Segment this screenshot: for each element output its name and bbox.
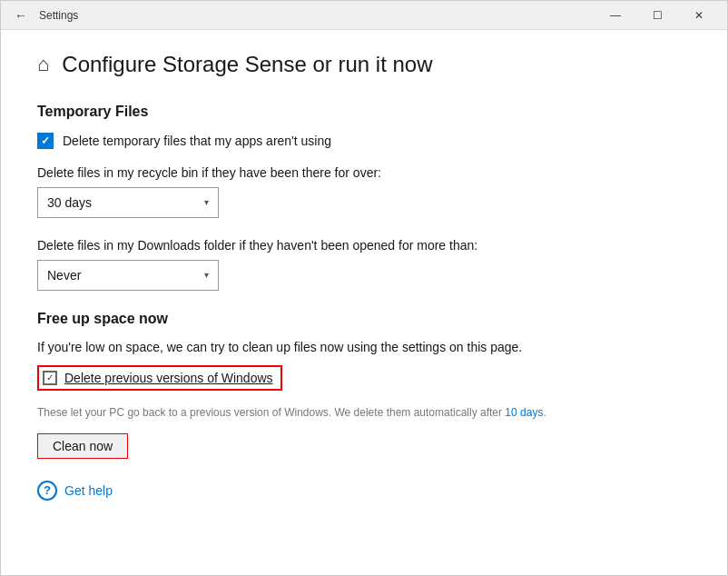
titlebar: ← Settings — ☐ ✕	[1, 1, 727, 30]
help-link-label: Get help	[64, 483, 113, 498]
maximize-button[interactable]: ☐	[636, 1, 678, 30]
downloads-value: Never	[47, 268, 81, 283]
close-button[interactable]: ✕	[678, 1, 720, 30]
free-up-heading: Free up space now	[37, 311, 691, 327]
page-title: Configure Storage Sense or run it now	[62, 52, 432, 78]
downloads-label: Delete files in my Downloads folder if t…	[37, 238, 691, 253]
clean-now-button[interactable]: Clean now	[37, 433, 128, 459]
delete-temp-label: Delete temporary files that my apps aren…	[63, 134, 331, 148]
window-controls: — ☐ ✕	[595, 1, 720, 30]
delete-temp-checkbox[interactable]: ✓	[37, 133, 54, 149]
prev-versions-checkbox[interactable]: ✓	[43, 371, 57, 385]
back-button[interactable]: ←	[8, 3, 34, 28]
temp-files-section: Temporary Files ✓ Delete temporary files…	[37, 104, 691, 291]
downloads-dropdown[interactable]: Never ▾	[37, 260, 219, 291]
settings-window: ← Settings — ☐ ✕ ⌂ Configure Storage Sen…	[0, 0, 728, 576]
recycle-value: 30 days	[47, 195, 92, 210]
chevron-down-icon-2: ▾	[204, 270, 209, 280]
help-icon: ?	[37, 481, 57, 501]
get-help-link[interactable]: ? Get help	[37, 481, 691, 501]
note-start: These let your PC go back to a previous …	[37, 406, 505, 419]
recycle-bin-dropdown[interactable]: 30 days ▾	[37, 187, 219, 218]
window-title: Settings	[39, 9, 595, 22]
temp-files-heading: Temporary Files	[37, 104, 691, 120]
main-content: ⌂ Configure Storage Sense or run it now …	[1, 30, 727, 575]
free-up-section: Free up space now If you're low on space…	[37, 311, 691, 501]
chevron-down-icon: ▾	[204, 197, 209, 207]
downloads-dropdown-wrapper: Delete files in my Downloads folder if t…	[37, 238, 691, 291]
delete-temp-row: ✓ Delete temporary files that my apps ar…	[37, 133, 691, 149]
minimize-button[interactable]: —	[595, 1, 636, 30]
prev-versions-row: ✓ Delete previous versions of Windows	[37, 365, 282, 391]
home-icon: ⌂	[37, 53, 49, 76]
free-up-description: If you're low on space, we can try to cl…	[37, 340, 691, 354]
prev-versions-label: Delete previous versions of Windows	[64, 371, 273, 385]
recycle-bin-dropdown-wrapper: Delete files in my recycle bin if they h…	[37, 165, 691, 218]
checkmark-icon: ✓	[41, 134, 50, 147]
note-text: These let your PC go back to a previous …	[37, 405, 691, 421]
note-end: .	[543, 406, 546, 419]
recycle-label: Delete files in my recycle bin if they h…	[37, 165, 691, 180]
note-highlight: 10 days	[505, 406, 543, 419]
page-header: ⌂ Configure Storage Sense or run it now	[37, 52, 691, 78]
checkmark-small-icon: ✓	[46, 372, 54, 382]
